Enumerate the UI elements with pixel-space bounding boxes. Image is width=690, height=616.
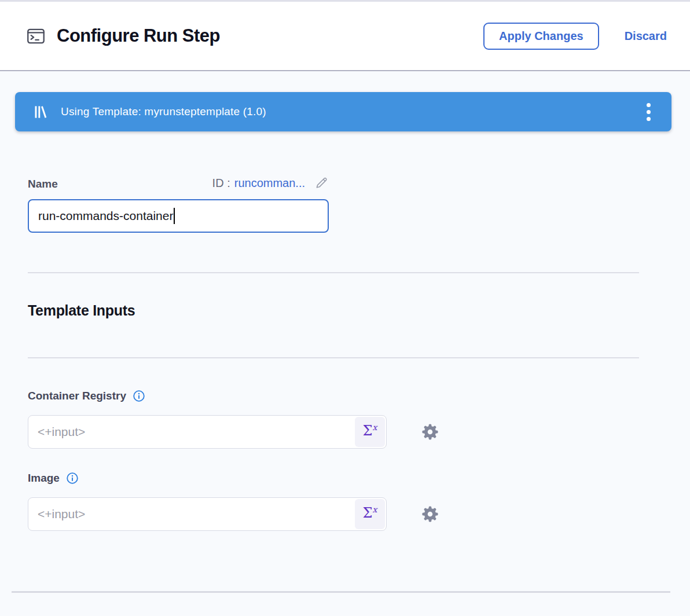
container-registry-info-button[interactable] [133,390,145,402]
image-settings-button[interactable] [421,505,439,523]
banner-message: Using Template: myrunsteptemplate (1.0) [61,105,266,118]
container-registry-label-row: Container Registry [28,390,690,402]
edit-id-button[interactable] [314,175,329,190]
template-inputs-heading: Template Inputs [28,302,690,319]
info-icon [66,472,79,485]
name-label: Name [28,178,58,190]
gear-icon [421,423,439,441]
image-label-row: Image [28,472,690,485]
step-config-form: Name ID : runcomman... run-commands-cont… [0,175,690,593]
template-options-menu-icon[interactable] [641,100,656,124]
image-info-button[interactable] [66,472,79,485]
gear-icon [421,505,439,523]
image-label: Image [28,472,60,485]
image-field: Σ x [28,497,387,531]
image-input-row: Σ x [28,497,690,531]
page-title: Configure Run Step [57,25,220,46]
info-icon [133,390,145,402]
container-registry-label: Container Registry [28,390,126,402]
title-group: Configure Run Step [25,25,220,46]
using-template-banner: Using Template: myrunsteptemplate (1.0) [15,92,671,131]
container-registry-field: Σ x [28,415,387,449]
sigma-icon: Σ [363,424,373,438]
step-id-block: ID : runcomman... [212,175,329,190]
bottom-divider [12,591,670,593]
id-value-link[interactable]: runcomman... [234,177,305,190]
id-prefix-label: ID : [212,177,230,190]
text-cursor [174,208,175,224]
container-registry-settings-button[interactable] [421,423,439,441]
runtime-input-type-button[interactable]: Σ x [355,499,385,529]
image-input[interactable] [28,498,354,530]
section-divider [28,272,639,273]
pencil-icon [314,175,329,190]
name-id-row: Name ID : runcomman... [28,175,329,190]
container-registry-input-row: Σ x [28,415,690,449]
name-input[interactable]: run-commands-container [28,199,329,233]
template-library-icon [32,104,48,120]
name-input-value: run-commands-container [38,209,173,223]
section-divider [28,357,639,358]
discard-button[interactable]: Discard [625,30,667,43]
terminal-icon [25,27,46,46]
sigma-icon: Σ [363,506,373,520]
runtime-input-type-button[interactable]: Σ x [355,417,385,447]
panel-header: Configure Run Step Apply Changes Discard [0,2,690,71]
apply-changes-button[interactable]: Apply Changes [483,23,599,50]
container-registry-input[interactable] [28,416,354,448]
